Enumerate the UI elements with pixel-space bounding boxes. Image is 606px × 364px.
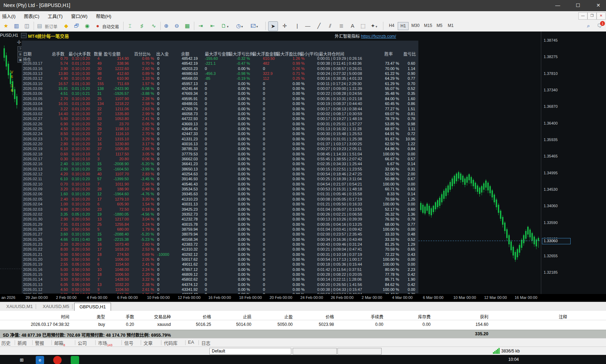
terminal-tab-邮箱[interactable]: 邮箱8 xyxy=(54,340,65,347)
stats-cell: 0 xyxy=(205,192,225,196)
order-header-4[interactable]: 价格 xyxy=(166,314,211,320)
stats-cell: 2.58 % xyxy=(136,102,154,106)
stats-cell: 0 xyxy=(157,152,175,156)
stats-cell: 0.50 | 0.50 xyxy=(72,227,96,231)
stats-cell: 0.00 % xyxy=(287,177,305,181)
stats-cell: 0.00 % xyxy=(232,86,250,91)
time-axis[interactable]: an 202629 Jan 00:002 Feb 00:004 Feb 00:0… xyxy=(0,294,606,302)
stats-cell: 2026.03.05 xyxy=(23,97,55,101)
stats-cell: 3.90 xyxy=(52,66,68,71)
terminal-tab-新闻[interactable]: 新闻 xyxy=(18,340,27,346)
stats-cell: 0 xyxy=(157,102,175,106)
terminal-tab-历史[interactable]: 历史 xyxy=(1,340,11,346)
terminal-tab-文章[interactable]: 文章 xyxy=(144,340,153,346)
red-app-icon[interactable] xyxy=(53,356,62,364)
stats-cell: 9.00 xyxy=(52,272,68,276)
account-summary: SD 净值: 48 877.39 已用预付款: 702.69 可用预付款: 48… xyxy=(3,331,171,338)
stats-cell: 1222.60 xyxy=(106,66,129,71)
stats-cell: 0.48 xyxy=(403,232,415,236)
price-tick: 1.38745 xyxy=(544,38,558,42)
stats-cell: 0.10 | 0.20 xyxy=(72,187,96,191)
stats-cell: 47669.34 xyxy=(177,91,198,96)
stats-cell: 0.00 % xyxy=(232,66,250,71)
stats-cell: 0.50 | 0.50 xyxy=(72,277,96,281)
order-header-9[interactable]: 库存费 xyxy=(385,314,431,320)
stats-cell: 0 xyxy=(263,117,283,121)
stats-cell: 0:00:25 | 0:18:39 | 3:11:04 xyxy=(317,177,377,181)
stats-cell: 0 xyxy=(263,127,283,131)
stats-cell: 2026.02.18 xyxy=(23,152,55,156)
order-header-8[interactable]: 手续费 xyxy=(338,314,383,320)
stats-cell: 0 xyxy=(205,107,225,111)
order-header-5[interactable]: 止损 xyxy=(206,314,251,320)
stats-cell: 0 xyxy=(157,197,175,201)
stats-cell: 0.65 % xyxy=(136,56,154,61)
stats-cell: 2026.02.19 xyxy=(23,147,55,151)
stats-cell: 78.79 % xyxy=(380,117,399,121)
stats-cell: 0 xyxy=(263,137,283,141)
stats-cell: 0.00 % xyxy=(232,172,250,176)
order-cell-8: 0.00 xyxy=(331,322,383,327)
stats-cell: 0.00 % xyxy=(287,287,305,292)
stats-cell: 0.00 % xyxy=(232,132,250,136)
price-axis[interactable]: 1.387451.382751.378101.373401.368701.364… xyxy=(541,31,606,294)
stats-cell: 0.00 % xyxy=(232,187,250,191)
stats-cell: 1211.06 xyxy=(106,107,129,111)
terminal-tab-日志[interactable]: 日志 xyxy=(201,340,210,346)
stats-cell: 0.81 xyxy=(403,112,415,116)
chart-tab-XAUUSD,M5[interactable]: XAUUSD,M5 xyxy=(38,303,74,310)
order-header-3[interactable]: 交易品种 xyxy=(125,314,171,320)
stats-cell: 1005.80 xyxy=(106,147,129,151)
terminal-tab-信号[interactable]: 信号 xyxy=(124,340,133,346)
stats-cell: 38079.94 xyxy=(177,232,198,236)
stats-cell: 0.00 % xyxy=(287,127,305,131)
stats-cell: 0.00 % xyxy=(287,277,305,281)
stats-cell: 3.04 % xyxy=(136,217,154,221)
stats-cell: 81.25 % xyxy=(380,242,399,246)
stats-cell: 37779.53 xyxy=(177,152,198,156)
order-header-6[interactable]: 止盈 xyxy=(247,314,293,320)
stats-cell: 0.10 | 0.20 xyxy=(72,127,96,131)
stats-cell: 0 xyxy=(205,182,225,186)
chart-tab-GBPUSD,H1[interactable]: GBPUSD,H1 xyxy=(74,303,111,311)
stats-cell: 0 xyxy=(157,76,175,80)
edge-browser-icon[interactable]: e xyxy=(36,356,44,364)
orders-table[interactable]: 时间类型手数交易品种价格止损止盈价格手续费库存费获利注释2026.03.17 0… xyxy=(0,311,606,330)
stats-cell: 2.63 % xyxy=(136,107,154,111)
price-tick: 1.34530 xyxy=(544,187,558,191)
stats-cell: 0 xyxy=(157,132,175,136)
start-button-icon[interactable]: ⊞ xyxy=(18,356,26,364)
stats-cell: 0 xyxy=(263,182,283,186)
order-header-7[interactable]: 价格 xyxy=(288,314,334,320)
order-header-11[interactable]: 注释 xyxy=(522,314,567,320)
account-status-bar: SD 净值: 48 877.39 已用预付款: 702.69 可用预付款: 48… xyxy=(0,330,606,338)
stats-cell: 322.9 xyxy=(263,71,283,76)
stats-cell: 2.61 % xyxy=(136,287,154,292)
terminal-tab-EA[interactable]: EA xyxy=(188,340,194,345)
stats-cell: -1964.60 xyxy=(106,192,129,196)
price-tick: 1.33590 xyxy=(544,220,558,225)
terminal-tab-市场[interactable]: 市场143 xyxy=(98,340,112,347)
terminal-tab-代码库[interactable]: 代码库 xyxy=(164,340,177,346)
profile-selector[interactable]: Default xyxy=(209,348,291,355)
stats-cell: 50.88 % xyxy=(380,177,399,181)
stats-cell: 1.54 % xyxy=(136,202,154,206)
stats-cell: -0.19 % xyxy=(232,76,250,80)
stats-cell: 0.05 | 0.20 xyxy=(72,212,96,216)
stats-cell: -1880.05 xyxy=(106,212,129,216)
stats-cell: 0:00:11 | 0:17:24 | 2:29:30 xyxy=(317,82,377,86)
stats-cell: 0:00:30 | 0:15:48 | 1:25:53 xyxy=(317,132,377,136)
stats-cell: 48542.19 xyxy=(177,56,198,61)
terminal-tab-公司[interactable]: 公司 xyxy=(78,340,87,346)
terminal-tab-警报[interactable]: 警报 xyxy=(35,340,44,346)
green-app-icon[interactable] xyxy=(71,356,79,364)
stats-cell: 0.00 % xyxy=(232,91,250,96)
order-header-10[interactable]: 获利 xyxy=(443,314,488,320)
stats-cell: 0.10 | 0.20 xyxy=(72,122,96,126)
status-box-2 xyxy=(337,348,382,355)
chart-tab-XAUUSD,M1[interactable]: XAUUSD,M1 xyxy=(1,303,38,310)
stats-cell: 76.92 % xyxy=(380,217,399,221)
stats-cell: 3.00 xyxy=(52,257,68,261)
stats-cell: 0:00:09 | 0:31:01 | 1:25:38 xyxy=(317,137,377,141)
stats-cell: 84.62 % xyxy=(380,282,399,287)
